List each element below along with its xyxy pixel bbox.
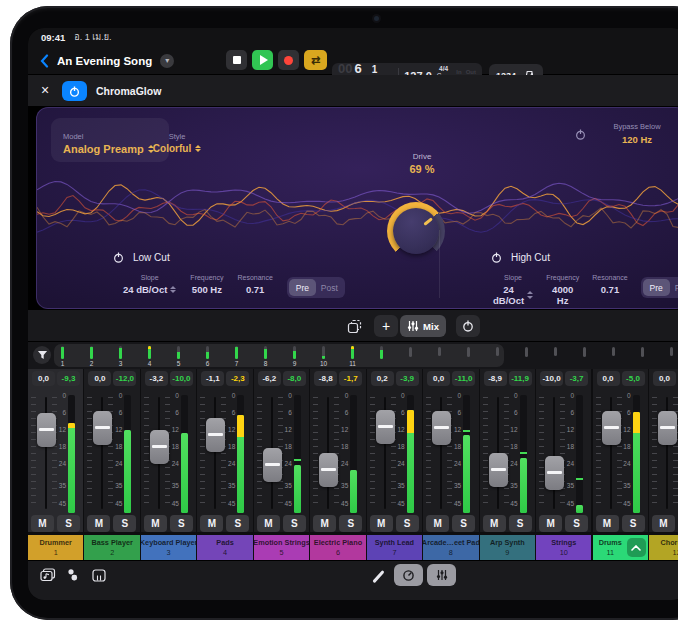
solo-button[interactable]: S (509, 515, 532, 532)
track-name-label[interactable]: Chorus V 12 (649, 535, 678, 560)
track-name-label[interactable]: Bass Player 2 (84, 535, 139, 560)
volume-fader[interactable] (37, 413, 56, 447)
solo-button[interactable]: S (226, 515, 249, 532)
volume-fader[interactable] (376, 410, 395, 444)
fader-view-button[interactable] (427, 564, 456, 586)
style-stepper-icon[interactable] (195, 145, 201, 153)
solo-button[interactable]: S (283, 515, 306, 532)
mute-button[interactable]: M (200, 515, 223, 532)
pan-value-badge[interactable]: 0,2 (371, 371, 394, 386)
mute-button[interactable]: M (313, 515, 336, 532)
mixer-power-button[interactable] (456, 315, 480, 337)
pan-value-badge[interactable]: -10,0 (540, 371, 563, 386)
level-value-badge[interactable]: -11,9 (509, 371, 532, 386)
knob-view-button[interactable] (394, 564, 423, 586)
level-control[interactable]: Level 0.0 (663, 122, 678, 154)
track-stack-expand-button[interactable] (627, 538, 646, 557)
mute-button[interactable]: M (144, 515, 167, 532)
track-name-label[interactable]: Arcade…eet Pad 8 (423, 535, 478, 560)
add-track-button[interactable]: + (374, 315, 398, 337)
level-value-badge[interactable]: -1,7 (339, 371, 362, 386)
level-value-badge[interactable]: -9,3 (57, 371, 80, 386)
level-value-badge[interactable]: -2,3 (226, 371, 249, 386)
song-menu-chevron-icon[interactable]: ▾ (160, 54, 174, 68)
keyboard-button[interactable] (92, 568, 106, 586)
low-cut-pre-option[interactable]: Pre (289, 279, 316, 296)
back-chevron-icon[interactable] (40, 54, 49, 68)
high-cut-pre-option[interactable]: Pre (643, 279, 670, 296)
routing-button[interactable] (66, 568, 80, 586)
volume-fader[interactable] (206, 418, 225, 452)
low-cut-slope[interactable]: Slope 24 dB/Oct (123, 274, 176, 295)
level-value-badge[interactable]: -3,7 (565, 371, 588, 386)
volume-fader[interactable] (489, 453, 508, 487)
mute-button[interactable]: M (87, 515, 110, 532)
volume-fader[interactable] (93, 411, 112, 445)
track-name-label[interactable]: Synth Lead 7 (367, 535, 422, 560)
solo-button[interactable]: S (396, 515, 419, 532)
track-name-label[interactable]: Keyboard Player 3 (141, 535, 196, 560)
solo-button[interactable]: S (57, 515, 80, 532)
song-title[interactable]: An Evening Song (57, 55, 152, 67)
volume-fader[interactable] (602, 411, 621, 445)
pan-value-badge[interactable]: -3,2 (145, 371, 168, 386)
track-name-label[interactable]: Arp Synth 9 (480, 535, 535, 560)
bypass-power-button[interactable] (575, 126, 586, 144)
level-value-badge[interactable]: -3,9 (396, 371, 419, 386)
pan-value-badge[interactable]: -6,2 (258, 371, 281, 386)
solo-button[interactable]: S (170, 515, 193, 532)
low-cut-power-button[interactable] (113, 252, 124, 263)
duplicate-button[interactable] (342, 315, 366, 337)
browser-button[interactable] (40, 568, 56, 586)
slope-stepper-icon[interactable] (527, 291, 533, 299)
pan-value-badge[interactable]: 0,0 (32, 371, 55, 386)
mix-view-button[interactable]: Mix (400, 315, 446, 337)
high-cut-power-button[interactable] (491, 252, 502, 263)
low-cut-resonance[interactable]: Resonance 0.71 (237, 274, 272, 295)
high-cut-frequency[interactable]: Frequency 4000 Hz (546, 274, 579, 306)
solo-button[interactable]: S (565, 515, 588, 532)
stop-button[interactable] (226, 50, 247, 70)
level-value-badge[interactable]: -5,0 (622, 371, 645, 386)
play-button[interactable] (252, 50, 273, 70)
slope-stepper-icon[interactable] (170, 286, 176, 294)
track-name-label[interactable]: Drummer 1 (28, 535, 83, 560)
low-cut-post-option[interactable]: Post (316, 279, 343, 296)
mute-button[interactable]: M (257, 515, 280, 532)
record-button[interactable] (278, 50, 299, 70)
volume-fader[interactable] (658, 411, 677, 445)
level-value-badge[interactable]: -11,0 (452, 371, 475, 386)
close-plugin-icon[interactable]: × (41, 82, 49, 99)
low-cut-frequency[interactable]: Frequency 500 Hz (190, 274, 223, 295)
pan-value-badge[interactable]: -8,8 (314, 371, 337, 386)
pan-value-badge[interactable]: -8,9 (484, 371, 507, 386)
solo-button[interactable]: S (452, 515, 475, 532)
track-name-label[interactable]: Pads 4 (197, 535, 252, 560)
level-value-badge[interactable]: -8,0 (283, 371, 306, 386)
mute-button[interactable]: M (370, 515, 393, 532)
level-value-badge[interactable]: -12,0 (113, 371, 136, 386)
track-name-label[interactable]: Electric Piano 6 (310, 535, 365, 560)
volume-fader[interactable] (432, 411, 451, 445)
pan-value-badge[interactable]: 0,0 (88, 371, 111, 386)
high-cut-slope[interactable]: Slope 24 dB/Oct (493, 274, 533, 306)
track-name-label[interactable]: Strings 10 (536, 535, 591, 560)
drive-knob[interactable] (387, 202, 445, 260)
mute-button[interactable]: M (483, 515, 506, 532)
pan-value-badge[interactable]: -1,1 (201, 371, 224, 386)
style-selector[interactable]: Style Colorful (137, 125, 217, 154)
mute-button[interactable]: M (652, 515, 675, 532)
volume-fader[interactable] (545, 456, 564, 490)
volume-fader[interactable] (150, 430, 169, 464)
high-cut-post-option[interactable]: Post (670, 279, 678, 296)
solo-button[interactable]: S (339, 515, 362, 532)
pencil-icon[interactable] (372, 570, 384, 583)
plugin-power-button[interactable] (62, 81, 87, 101)
mute-button[interactable]: M (426, 515, 449, 532)
pan-value-badge[interactable]: 0,0 (653, 371, 676, 386)
mute-button[interactable]: M (539, 515, 562, 532)
level-value-badge[interactable]: -10,0 (170, 371, 193, 386)
pan-value-badge[interactable]: 0,0 (427, 371, 450, 386)
filter-button[interactable] (33, 346, 51, 364)
solo-button[interactable]: S (622, 515, 645, 532)
